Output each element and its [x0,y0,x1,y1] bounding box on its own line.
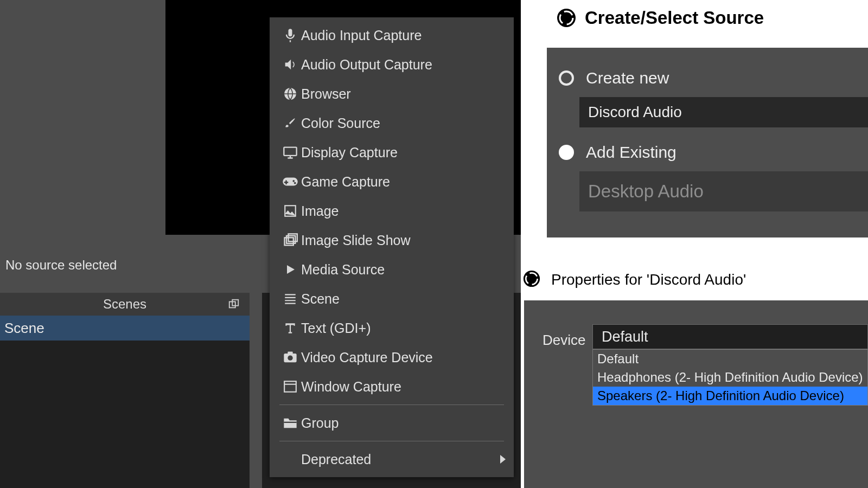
menu-label: Color Source [301,115,380,131]
menu-label: Window Capture [301,379,401,395]
existing-source-list[interactable]: Desktop Audio [579,171,868,211]
create-dialog-title-text: Create/Select Source [585,8,764,28]
menu-label: Video Capture Device [301,350,433,365]
menu-label: Audio Output Capture [301,57,432,73]
camera-icon [279,351,301,364]
menu-text-gdi[interactable]: Text (GDI+) [270,313,514,343]
menu-media-source[interactable]: Media Source [270,255,514,284]
menu-video-capture-device[interactable]: Video Capture Device [270,343,514,372]
panel-undock-icon[interactable] [228,298,240,310]
menu-separator [279,441,504,441]
menu-game-capture[interactable]: Game Capture [270,167,514,196]
device-option[interactable]: Default [593,350,867,368]
add-existing-radio[interactable]: Add Existing [547,137,868,168]
add-source-context-menu: Audio Input Capture Audio Output Capture… [270,17,514,477]
menu-image-slide-show[interactable]: Image Slide Show [270,226,514,255]
menu-separator [279,404,504,405]
create-select-source-dialog: Create new Discord Audio Add Existing De… [547,48,868,237]
radio-unselected-icon [559,70,574,86]
gamepad-icon [279,176,301,187]
obs-main-window: No source selected Scenes Scene Audio In… [0,0,521,488]
device-option[interactable]: Headphones (2- High Definition Audio Dev… [593,368,867,387]
submenu-arrow-icon [500,455,506,464]
menu-window-capture[interactable]: Window Capture [270,372,514,401]
menu-label: Audio Input Capture [301,28,422,43]
scenes-list[interactable]: Scene [0,316,250,488]
menu-label: Display Capture [301,145,398,160]
menu-label: Group [301,415,339,431]
radio-selected-icon [559,145,574,160]
obs-logo-icon [557,8,576,28]
scenes-header-text: Scenes [103,297,146,312]
svg-point-7 [292,180,295,182]
list-icon [279,293,301,305]
menu-audio-output-capture[interactable]: Audio Output Capture [270,50,514,79]
slides-icon [279,233,301,248]
properties-dialog: Device Default Default Headphones (2- Hi… [524,300,868,488]
existing-source-item[interactable]: Desktop Audio [588,181,704,202]
device-select[interactable]: Default [592,324,868,349]
menu-label: Media Source [301,262,385,278]
menu-label: Text (GDI+) [301,320,371,336]
menu-label: Image Slide Show [301,233,411,248]
menu-deprecated[interactable]: Deprecated [270,445,514,474]
globe-icon [279,87,301,101]
svg-point-8 [294,182,296,184]
device-dropdown-list: Default Headphones (2- High Definition A… [592,349,868,406]
monitor-icon [279,145,301,160]
menu-scene[interactable]: Scene [270,284,514,313]
brush-icon [279,116,301,130]
folder-icon [279,416,301,429]
scenes-panel-header: Scenes [0,293,250,316]
svg-rect-15 [288,352,292,355]
create-new-label: Create new [586,69,669,87]
menu-browser[interactable]: Browser [270,79,514,108]
create-new-radio[interactable]: Create new [547,63,868,93]
menu-audio-input-capture[interactable]: Audio Input Capture [270,21,514,50]
play-icon [279,263,301,276]
svg-point-14 [288,356,292,361]
window-icon [279,380,301,393]
menu-label: Scene [301,291,340,307]
properties-title-bar: Properties for 'Discord Audio' [523,270,746,290]
menu-label: Image [301,203,339,219]
create-select-source-title-bar: Create/Select Source [557,8,764,28]
menu-label: Deprecated [301,452,371,467]
menu-label: Browser [301,86,351,102]
svg-rect-3 [284,147,296,156]
menu-color-source[interactable]: Color Source [270,108,514,138]
menu-group[interactable]: Group [270,408,514,438]
device-label: Device [542,332,585,349]
menu-display-capture[interactable]: Display Capture [270,138,514,167]
scene-item[interactable]: Scene [0,316,250,341]
properties-title-text: Properties for 'Discord Audio' [551,271,746,288]
obs-logo-icon [523,270,542,290]
right-panels: Create/Select Source Create new Discord … [521,0,868,488]
no-source-label: No source selected [5,258,117,273]
device-option[interactable]: Speakers (2- High Definition Audio Devic… [593,387,867,405]
menu-image[interactable]: Image [270,196,514,226]
menu-label: Game Capture [301,174,390,190]
svg-rect-6 [284,182,289,183]
microphone-icon [279,28,301,43]
svg-rect-17 [284,422,296,423]
new-source-name-input[interactable]: Discord Audio [579,97,868,127]
image-icon [279,204,301,218]
speaker-icon [279,57,301,72]
svg-rect-16 [284,381,296,392]
text-icon [279,321,301,335]
add-existing-label: Add Existing [586,143,676,162]
panel-divider[interactable] [251,293,262,488]
